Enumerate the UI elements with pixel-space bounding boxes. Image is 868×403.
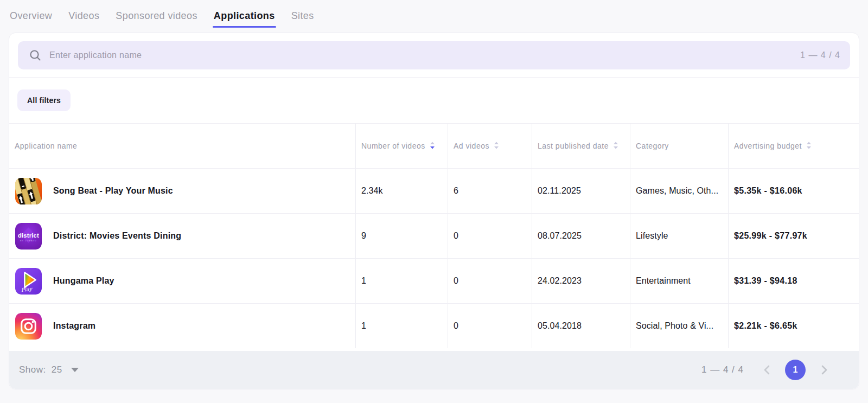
category-cell: Social, Photo & Vi... xyxy=(630,304,728,348)
application-name: District: Movies Events Dining xyxy=(53,231,181,241)
chevron-down-icon xyxy=(71,368,79,372)
ad-videos-cell: 0 xyxy=(448,259,532,303)
category-cell: Entertainment xyxy=(630,259,728,303)
sort-icon[interactable] xyxy=(494,142,499,151)
hungama-play-app-icon: Play xyxy=(15,268,42,295)
column-header-label: Category xyxy=(636,142,669,150)
last-published-cell: 05.04.2018 xyxy=(532,304,630,348)
videos-count-cell: 1 xyxy=(355,304,448,348)
application-name: Hungama Play xyxy=(53,276,114,286)
search-bar[interactable]: 1 — 4 / 4 xyxy=(18,41,850,69)
budget-cell: $5.35k - $16.06k xyxy=(728,169,859,213)
tab-sponsored-videos[interactable]: Sponsored videos xyxy=(116,0,197,31)
column-header-label: Number of videos xyxy=(361,142,425,150)
search-section: 1 — 4 / 4 xyxy=(9,33,859,78)
svg-text:BY ZOMATO: BY ZOMATO xyxy=(20,239,36,241)
category-cell: Games, Music, Oth... xyxy=(630,169,728,213)
column-header-last-published-date[interactable]: Last published date xyxy=(532,124,630,168)
application-name: Instagram xyxy=(53,321,95,331)
column-header-label: Advertising budget xyxy=(734,142,802,150)
budget-cell: $2.21k - $6.65k xyxy=(728,304,859,348)
videos-count-cell: 9 xyxy=(355,214,448,258)
column-header-application-name: Application name xyxy=(9,124,355,168)
column-header-category: Category xyxy=(630,124,728,168)
sort-icon[interactable] xyxy=(430,142,435,151)
show-label: Show: xyxy=(19,364,46,375)
search-results-counter: 1 — 4 / 4 xyxy=(800,50,840,60)
table-row[interactable]: Song Beat - Play Your Music 2.34k 6 02.1… xyxy=(9,168,859,213)
column-header-label: Last published date xyxy=(538,142,609,150)
ad-videos-cell: 6 xyxy=(448,169,532,213)
previous-page-button[interactable] xyxy=(760,363,773,376)
category-cell: Lifestyle xyxy=(630,214,728,258)
tab-sites[interactable]: Sites xyxy=(291,0,314,31)
application-name: Song Beat - Play Your Music xyxy=(53,186,173,196)
budget-cell: $31.39 - $94.18 xyxy=(728,259,859,303)
all-filters-button[interactable]: All filters xyxy=(17,89,71,111)
tab-videos[interactable]: Videos xyxy=(68,0,99,31)
page-size-value: 25 xyxy=(52,364,62,375)
svg-text:district: district xyxy=(18,232,39,239)
tab-bar: Overview Videos Sponsored videos Applica… xyxy=(0,0,868,31)
table-footer: Show: 25 1 — 4 / 4 1 xyxy=(9,351,859,389)
column-header-number-of-videos[interactable]: Number of videos xyxy=(355,124,448,168)
district-app-icon: district BY ZOMATO xyxy=(15,223,42,250)
last-published-cell: 24.02.2023 xyxy=(532,259,630,303)
search-icon xyxy=(29,49,42,62)
column-header-advertising-budget[interactable]: Advertising budget xyxy=(728,124,859,168)
instagram-app-icon xyxy=(15,313,42,340)
tab-overview[interactable]: Overview xyxy=(10,0,52,31)
table-header-row: Application name Number of videos Ad vid… xyxy=(9,124,859,168)
filters-section: All filters xyxy=(9,78,859,124)
last-published-cell: 02.11.2025 xyxy=(532,169,630,213)
application-search-input[interactable] xyxy=(49,50,793,60)
sort-icon[interactable] xyxy=(613,142,618,151)
column-header-label: Ad videos xyxy=(454,142,489,150)
tab-applications[interactable]: Applications xyxy=(214,0,275,31)
song-beat-app-icon xyxy=(15,178,42,204)
page-number-button[interactable]: 1 xyxy=(785,360,806,380)
budget-cell: $25.99k - $77.97k xyxy=(728,214,859,258)
page-size-select[interactable]: Show: 25 xyxy=(19,364,79,375)
column-header-label: Application name xyxy=(15,142,77,150)
column-header-ad-videos[interactable]: Ad videos xyxy=(448,124,532,168)
table-row[interactable]: Play Hungama Play 1 0 24.02.2023 Enterta… xyxy=(9,258,859,303)
sort-icon[interactable] xyxy=(806,142,812,151)
table-row[interactable]: Instagram 1 0 05.04.2018 Social, Photo &… xyxy=(9,303,859,348)
videos-count-cell: 1 xyxy=(355,259,448,303)
pagination-results-counter: 1 — 4 / 4 xyxy=(701,364,744,375)
next-page-button[interactable] xyxy=(818,363,831,376)
table-row[interactable]: district BY ZOMATO District: Movies Even… xyxy=(9,213,859,258)
ad-videos-cell: 0 xyxy=(448,214,532,258)
applications-panel: 1 — 4 / 4 All filters Application name N… xyxy=(9,33,859,389)
videos-count-cell: 2.34k xyxy=(355,169,448,213)
last-published-cell: 08.07.2025 xyxy=(532,214,630,258)
ad-videos-cell: 0 xyxy=(448,304,532,348)
